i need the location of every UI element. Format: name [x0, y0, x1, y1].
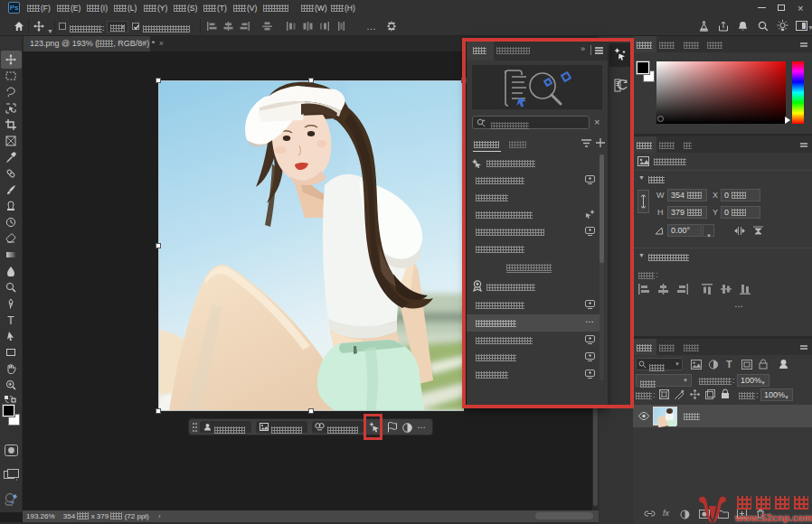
svg-text:T: T	[7, 314, 14, 325]
